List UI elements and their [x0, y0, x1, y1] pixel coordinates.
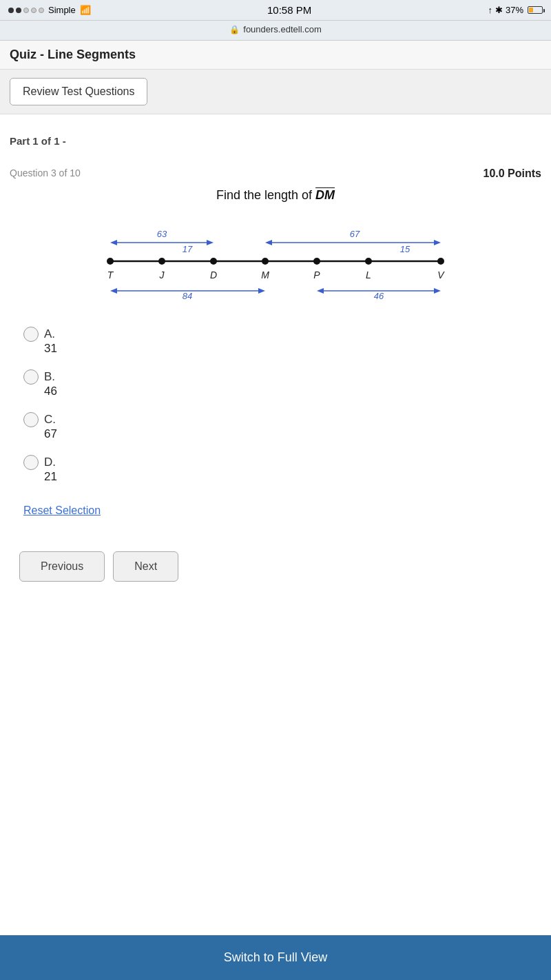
- svg-text:67: 67: [350, 229, 360, 239]
- svg-marker-27: [258, 288, 265, 294]
- location-icon: ↑: [488, 5, 492, 15]
- option-c-row: C.: [23, 412, 528, 427]
- svg-text:D: D: [210, 269, 217, 280]
- next-button[interactable]: Next: [113, 551, 178, 582]
- svg-point-4: [262, 258, 269, 265]
- switch-to-full-view-label: Switch to Full View: [224, 950, 328, 964]
- svg-point-1: [107, 258, 114, 265]
- option-b-row: B.: [23, 369, 528, 385]
- option-c-letter: C.: [44, 413, 56, 427]
- option-d-value: 21: [44, 470, 528, 484]
- page-title-bar: Quiz - Line Segments: [0, 41, 551, 70]
- lock-icon: 🔒: [229, 25, 240, 34]
- url-text: founders.edtell.com: [243, 24, 321, 34]
- svg-text:M: M: [261, 269, 269, 280]
- nav-bar: Previous Next: [10, 538, 541, 595]
- svg-point-5: [313, 258, 320, 265]
- signal-dot-3: [23, 8, 29, 13]
- svg-text:V: V: [437, 269, 445, 280]
- url-bar: 🔒 founders.edtell.com: [0, 21, 551, 41]
- status-time: 10:58 PM: [267, 4, 311, 16]
- svg-text:T: T: [107, 269, 114, 280]
- page-title: Quiz - Line Segments: [10, 48, 541, 62]
- svg-point-6: [365, 258, 372, 265]
- question-text-prefix: Find the length of: [216, 188, 315, 202]
- question-segment: DM: [315, 188, 335, 202]
- option-c: C. 67: [23, 412, 528, 441]
- diagram-svg: T J D M P L V 63 17 67 15: [96, 216, 455, 306]
- battery-fill: [529, 8, 533, 12]
- option-b-radio[interactable]: [23, 369, 39, 385]
- option-d-row: D.: [23, 455, 528, 470]
- svg-text:46: 46: [374, 291, 384, 301]
- svg-point-2: [158, 258, 165, 265]
- status-left: Simple 📶: [8, 5, 91, 15]
- status-right: ↑ ✱ 37%: [488, 5, 543, 15]
- svg-marker-22: [434, 240, 441, 245]
- signal-dot-1: [8, 8, 14, 13]
- review-bar: Review Test Questions: [0, 70, 551, 114]
- svg-point-7: [437, 258, 444, 265]
- option-d: D. 21: [23, 455, 528, 484]
- svg-marker-31: [434, 288, 441, 294]
- svg-marker-21: [265, 240, 272, 245]
- signal-dot-2: [16, 8, 21, 13]
- signal-dots: [8, 8, 44, 13]
- reset-selection-link[interactable]: Reset Selection: [10, 504, 114, 517]
- svg-marker-26: [110, 288, 117, 294]
- carrier-label: Simple: [48, 5, 76, 15]
- question-text: Find the length of DM: [10, 188, 541, 203]
- svg-text:63: 63: [157, 229, 167, 239]
- svg-text:15: 15: [400, 244, 410, 254]
- battery-percent: 37%: [506, 5, 523, 15]
- svg-text:84: 84: [183, 291, 192, 301]
- battery-icon: [528, 6, 543, 14]
- option-a-value: 31: [44, 342, 528, 356]
- part-label: Part 1 of 1 -: [10, 135, 541, 147]
- svg-marker-17: [207, 240, 214, 245]
- option-b: B. 46: [23, 369, 528, 398]
- option-a-letter: A.: [44, 327, 55, 341]
- svg-marker-30: [317, 288, 324, 294]
- option-b-letter: B.: [44, 370, 55, 384]
- question-points: 10.0 Points: [484, 167, 541, 180]
- diagram-container: T J D M P L V 63 17 67 15: [96, 216, 455, 306]
- svg-text:17: 17: [183, 244, 193, 254]
- wifi-icon: 📶: [80, 5, 91, 15]
- status-bar: Simple 📶 10:58 PM ↑ ✱ 37%: [0, 0, 551, 21]
- signal-dot-4: [31, 8, 37, 13]
- option-d-radio[interactable]: [23, 455, 39, 470]
- review-test-questions-button[interactable]: Review Test Questions: [10, 78, 147, 105]
- svg-text:L: L: [366, 269, 371, 280]
- question-number: Question 3 of 10: [10, 167, 81, 178]
- svg-text:J: J: [159, 269, 165, 280]
- switch-to-full-view-bar[interactable]: Switch to Full View: [0, 935, 551, 980]
- option-a-row: A.: [23, 327, 528, 342]
- options-container: A. 31 B. 46 C. 67 D. 21: [10, 327, 541, 484]
- option-b-value: 46: [44, 385, 528, 398]
- signal-dot-5: [39, 8, 44, 13]
- svg-marker-16: [110, 240, 117, 245]
- main-content: Part 1 of 1 - Question 3 of 10 10.0 Poin…: [0, 114, 551, 609]
- previous-button[interactable]: Previous: [19, 551, 105, 582]
- option-a-radio[interactable]: [23, 327, 39, 342]
- question-header: Question 3 of 10 10.0 Points: [10, 167, 541, 180]
- option-c-radio[interactable]: [23, 412, 39, 427]
- option-a: A. 31: [23, 327, 528, 356]
- option-c-value: 67: [44, 427, 528, 441]
- bluetooth-icon: ✱: [495, 5, 503, 15]
- svg-point-3: [210, 258, 217, 265]
- svg-text:P: P: [313, 269, 320, 280]
- option-d-letter: D.: [44, 456, 56, 469]
